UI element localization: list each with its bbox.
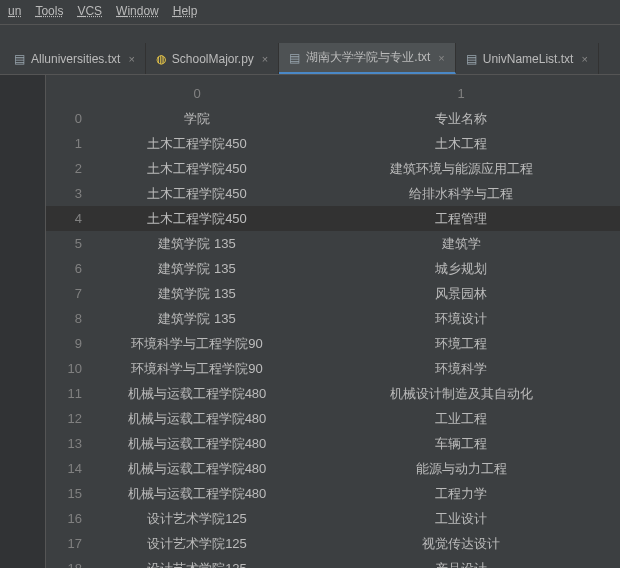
cell-major: 建筑环境与能源应用工程 xyxy=(302,156,620,181)
table-row[interactable]: 1土木工程学院450土木工程 xyxy=(46,131,620,156)
python-file-icon: ◍ xyxy=(156,52,166,66)
cell-major: 工程力学 xyxy=(302,481,620,506)
table-row[interactable]: 10环境科学与工程学院90环境科学 xyxy=(46,356,620,381)
cell-major: 建筑学 xyxy=(302,231,620,256)
cell-major: 能源与动力工程 xyxy=(302,456,620,481)
cell-major: 风景园林 xyxy=(302,281,620,306)
table-row[interactable]: 3土木工程学院450给排水科学与工程 xyxy=(46,181,620,206)
cell-major: 机械设计制造及其自动化 xyxy=(302,381,620,406)
text-file-icon: ▤ xyxy=(14,52,25,66)
cell-college: 机械与运载工程学院480 xyxy=(92,406,302,431)
table-row[interactable]: 4土木工程学院450工程管理 xyxy=(46,206,620,231)
tab-label: UnivNameList.txt xyxy=(483,52,574,66)
cell-major: 环境科学 xyxy=(302,356,620,381)
row-index: 4 xyxy=(46,206,92,231)
table-row[interactable]: 0学院专业名称 xyxy=(46,106,620,131)
menu-item-window[interactable]: Window xyxy=(116,4,159,18)
gutter xyxy=(0,75,46,568)
cell-college: 环境科学与工程学院90 xyxy=(92,331,302,356)
cell-college: 建筑学院 135 xyxy=(92,256,302,281)
column-header-0: 0 xyxy=(92,81,302,106)
row-index: 14 xyxy=(46,456,92,481)
table-row[interactable]: 17设计艺术学院125视觉传达设计 xyxy=(46,531,620,556)
table-row[interactable]: 2土木工程学院450建筑环境与能源应用工程 xyxy=(46,156,620,181)
cell-major: 工业工程 xyxy=(302,406,620,431)
cell-college: 环境科学与工程学院90 xyxy=(92,356,302,381)
table-row[interactable]: 6建筑学院 135城乡规划 xyxy=(46,256,620,281)
table-row[interactable]: 16设计艺术学院125工业设计 xyxy=(46,506,620,531)
row-index: 3 xyxy=(46,181,92,206)
cell-major: 给排水科学与工程 xyxy=(302,181,620,206)
table-row[interactable]: 18设计艺术学院125产品设计 xyxy=(46,556,620,568)
row-index: 11 xyxy=(46,381,92,406)
cell-college: 建筑学院 135 xyxy=(92,281,302,306)
cell-college: 机械与运载工程学院480 xyxy=(92,481,302,506)
cell-college: 建筑学院 135 xyxy=(92,231,302,256)
row-index: 9 xyxy=(46,331,92,356)
table-row[interactable]: 13机械与运载工程学院480车辆工程 xyxy=(46,431,620,456)
cell-major: 土木工程 xyxy=(302,131,620,156)
menu-item-un[interactable]: un xyxy=(8,4,21,18)
table-row[interactable]: 12机械与运载工程学院480工业工程 xyxy=(46,406,620,431)
cell-college: 土木工程学院450 xyxy=(92,206,302,231)
cell-college: 学院 xyxy=(92,106,302,131)
tab-univnamelist[interactable]: ▤ UnivNameList.txt × xyxy=(456,43,599,74)
row-index: 0 xyxy=(46,106,92,131)
row-index: 15 xyxy=(46,481,92,506)
menu-item-vcs[interactable]: VCS xyxy=(77,4,102,18)
close-icon[interactable]: × xyxy=(262,53,268,65)
cell-college: 设计艺术学院125 xyxy=(92,556,302,568)
cell-major: 专业名称 xyxy=(302,106,620,131)
tab-label: 湖南大学学院与专业.txt xyxy=(306,49,430,66)
text-file-icon: ▤ xyxy=(289,51,300,65)
cell-major: 视觉传达设计 xyxy=(302,531,620,556)
cell-major: 车辆工程 xyxy=(302,431,620,456)
menu-bar: un Tools VCS Window Help xyxy=(0,0,620,22)
row-index: 10 xyxy=(46,356,92,381)
menu-item-tools[interactable]: Tools xyxy=(35,4,63,18)
cell-college: 机械与运载工程学院480 xyxy=(92,456,302,481)
tab-label: SchoolMajor.py xyxy=(172,52,254,66)
cell-college: 设计艺术学院125 xyxy=(92,506,302,531)
data-grid: 010学院专业名称1土木工程学院450土木工程2土木工程学院450建筑环境与能源… xyxy=(46,75,620,568)
cell-college: 设计艺术学院125 xyxy=(92,531,302,556)
text-file-icon: ▤ xyxy=(466,52,477,66)
table-row[interactable]: 14机械与运载工程学院480能源与动力工程 xyxy=(46,456,620,481)
row-index: 12 xyxy=(46,406,92,431)
row-index: 8 xyxy=(46,306,92,331)
row-index: 17 xyxy=(46,531,92,556)
close-icon[interactable]: × xyxy=(581,53,587,65)
row-index: 6 xyxy=(46,256,92,281)
tab-hunan-majors[interactable]: ▤ 湖南大学学院与专业.txt × xyxy=(279,43,455,74)
row-index: 16 xyxy=(46,506,92,531)
cell-college: 土木工程学院450 xyxy=(92,156,302,181)
close-icon[interactable]: × xyxy=(128,53,134,65)
cell-major: 工业设计 xyxy=(302,506,620,531)
tab-alluniversities[interactable]: ▤ Alluniversities.txt × xyxy=(4,43,146,74)
row-index: 5 xyxy=(46,231,92,256)
row-index: 13 xyxy=(46,431,92,456)
cell-college: 土木工程学院450 xyxy=(92,131,302,156)
cell-major: 产品设计 xyxy=(302,556,620,568)
tab-schoolmajor[interactable]: ◍ SchoolMajor.py × xyxy=(146,43,279,74)
table-row[interactable]: 9环境科学与工程学院90环境工程 xyxy=(46,331,620,356)
cell-college: 机械与运载工程学院480 xyxy=(92,431,302,456)
editor-tabs: ▤ Alluniversities.txt × ◍ SchoolMajor.py… xyxy=(0,43,620,75)
data-viewer: 010学院专业名称1土木工程学院450土木工程2土木工程学院450建筑环境与能源… xyxy=(0,75,620,568)
cell-major: 环境设计 xyxy=(302,306,620,331)
table-row[interactable]: 5建筑学院 135建筑学 xyxy=(46,231,620,256)
separator xyxy=(0,24,620,25)
cell-college: 机械与运载工程学院480 xyxy=(92,381,302,406)
column-header-1: 1 xyxy=(302,81,620,106)
row-index: 7 xyxy=(46,281,92,306)
table-row[interactable]: 11机械与运载工程学院480机械设计制造及其自动化 xyxy=(46,381,620,406)
table-row[interactable]: 7建筑学院 135风景园林 xyxy=(46,281,620,306)
cell-major: 环境工程 xyxy=(302,331,620,356)
menu-item-help[interactable]: Help xyxy=(173,4,198,18)
table-row[interactable]: 8建筑学院 135环境设计 xyxy=(46,306,620,331)
close-icon[interactable]: × xyxy=(438,52,444,64)
cell-college: 土木工程学院450 xyxy=(92,181,302,206)
row-index: 2 xyxy=(46,156,92,181)
cell-college: 建筑学院 135 xyxy=(92,306,302,331)
table-row[interactable]: 15机械与运载工程学院480工程力学 xyxy=(46,481,620,506)
